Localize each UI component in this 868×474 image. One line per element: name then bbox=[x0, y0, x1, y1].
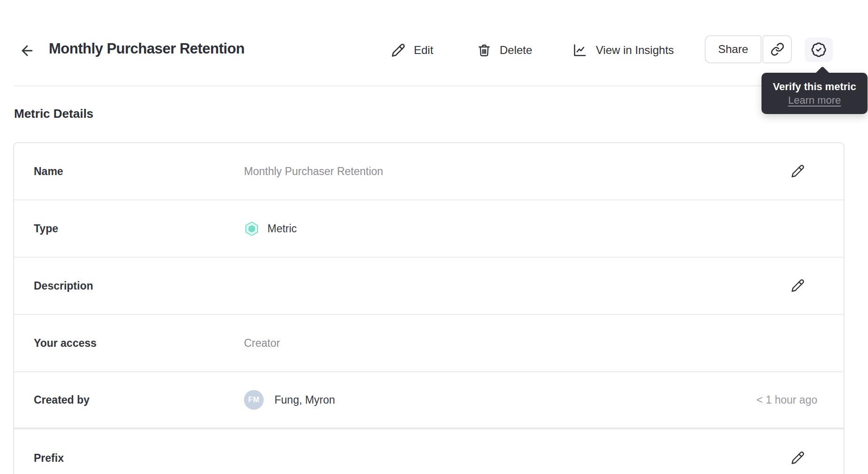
row-value: Monthly Purchaser Retention bbox=[244, 165, 383, 178]
table-row-created-by: Created by FM Fung, Myron < 1 hour ago bbox=[14, 372, 844, 429]
edit-description-button[interactable] bbox=[790, 278, 805, 293]
verify-metric-button[interactable] bbox=[805, 38, 833, 62]
row-label: Created by bbox=[34, 394, 244, 406]
row-value: Metric bbox=[267, 222, 297, 235]
avatar: FM bbox=[244, 390, 264, 410]
line-chart-icon bbox=[572, 43, 587, 58]
row-value: Creator bbox=[244, 337, 280, 350]
pencil-icon bbox=[391, 43, 405, 58]
view-in-insights-button[interactable]: View in Insights bbox=[572, 38, 674, 63]
pencil-icon bbox=[791, 279, 805, 293]
table-row-prefix: Prefix bbox=[14, 429, 844, 474]
table-row-type: Type Metric bbox=[14, 200, 844, 258]
delete-button-label: Delete bbox=[500, 44, 532, 57]
row-label: Prefix bbox=[34, 452, 244, 465]
copy-link-button[interactable] bbox=[762, 35, 792, 63]
back-button[interactable] bbox=[18, 41, 37, 60]
metric-hexagon-icon bbox=[244, 221, 259, 237]
table-row-description: Description bbox=[14, 258, 844, 315]
link-icon bbox=[770, 42, 784, 56]
share-button-group: Share bbox=[705, 35, 792, 63]
section-title: Metric Details bbox=[14, 107, 93, 121]
created-timestamp: < 1 hour ago bbox=[756, 394, 817, 406]
metric-details-card: Name Monthly Purchaser Retention Type bbox=[13, 142, 845, 474]
row-label: Name bbox=[34, 165, 244, 178]
learn-more-link[interactable]: Learn more bbox=[788, 94, 841, 107]
row-value: Fung, Myron bbox=[274, 394, 335, 406]
edit-button[interactable]: Edit bbox=[391, 38, 433, 63]
row-label: Type bbox=[34, 222, 244, 235]
pencil-icon bbox=[791, 164, 805, 178]
arrow-left-icon bbox=[19, 43, 35, 59]
header-divider bbox=[14, 85, 854, 86]
view-in-insights-label: View in Insights bbox=[596, 44, 674, 57]
trash-icon bbox=[477, 43, 491, 58]
edit-prefix-button[interactable] bbox=[790, 451, 805, 466]
edit-button-label: Edit bbox=[414, 44, 433, 57]
row-label: Your access bbox=[34, 337, 244, 350]
delete-button[interactable]: Delete bbox=[477, 38, 532, 63]
pencil-icon bbox=[791, 451, 805, 465]
edit-name-button[interactable] bbox=[790, 164, 805, 179]
share-button-label: Share bbox=[718, 43, 748, 56]
verified-badge-icon bbox=[811, 42, 827, 58]
row-label: Description bbox=[34, 280, 244, 292]
table-row-name: Name Monthly Purchaser Retention bbox=[14, 143, 844, 200]
verify-tooltip: Verify this metric Learn more bbox=[761, 73, 868, 114]
table-row-your-access: Your access Creator bbox=[14, 315, 844, 372]
share-button[interactable]: Share bbox=[705, 35, 761, 63]
page-title: Monthly Purchaser Retention bbox=[49, 40, 244, 57]
tooltip-caret bbox=[815, 66, 830, 82]
tooltip-title: Verify this metric bbox=[773, 81, 856, 93]
